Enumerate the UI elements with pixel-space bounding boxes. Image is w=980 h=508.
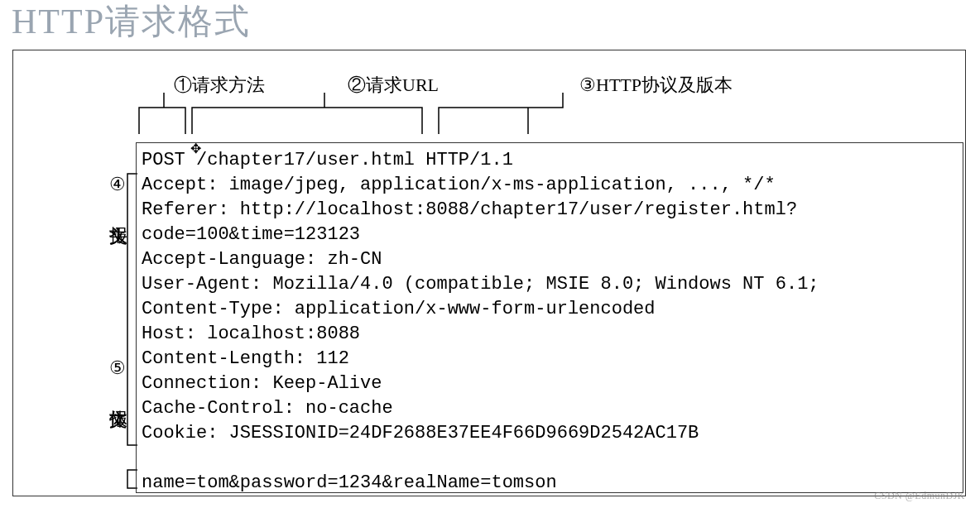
bracket-url: [192, 93, 432, 142]
header-accept-language: Accept-Language: zh-CN: [142, 249, 382, 270]
page-title: HTTP请求格式: [12, 0, 251, 45]
header-referer-cont: code=100&time=123123: [142, 224, 360, 245]
header-referer: Referer: http://localhost:8088/chapter17…: [142, 199, 797, 220]
bracket-protocol: [439, 93, 579, 142]
header-cache-control: Cache-Control: no-cache: [142, 398, 393, 419]
request-line: POST /chapter17/user.html HTTP/1.1: [142, 150, 513, 170]
header-cookie: Cookie: JSESSIONID=24DF2688E37EE4F66D966…: [142, 423, 699, 443]
header-accept: Accept: image/jpeg, application/x-ms-app…: [142, 175, 776, 195]
request-body: name=tom&password=1234&realName=tomson: [142, 472, 557, 493]
header-host: Host: localhost:8088: [142, 323, 360, 344]
http-request-box: POST /chapter17/user.html HTTP/1.1 Accep…: [136, 142, 963, 493]
bracket-method: [139, 93, 197, 142]
header-content-type: Content-Type: application/x-www-form-url…: [142, 299, 656, 319]
label-headers: ④ 报文头: [108, 174, 127, 217]
label-protocol-version: ③HTTP协议及版本: [579, 73, 733, 98]
header-user-agent: User-Agent: Mozilla/4.0 (compatible; MSI…: [142, 274, 819, 295]
watermark: CSDN @EdmunDJK: [874, 490, 965, 502]
header-content-length: Content-Length: 112: [142, 348, 349, 369]
header-connection: Connection: Keep-Alive: [142, 373, 382, 394]
label-body: ⑤ 报文体: [108, 357, 127, 400]
